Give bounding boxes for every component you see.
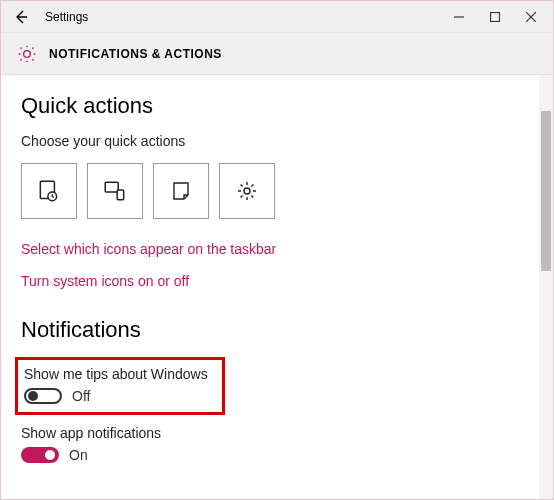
quick-action-settings[interactable] <box>219 163 275 219</box>
connect-icon <box>102 178 128 204</box>
tips-label: Show me tips about Windows <box>24 366 212 382</box>
notifications-heading: Notifications <box>21 317 519 343</box>
back-button[interactable] <box>5 3 37 31</box>
tips-toggle-state: Off <box>72 388 90 404</box>
app-title: Settings <box>45 10 441 24</box>
page-title: NOTIFICATIONS & ACTIONS <box>49 47 222 61</box>
maximize-button[interactable] <box>477 3 513 31</box>
quick-actions-grid <box>21 163 519 219</box>
titlebar: Settings <box>1 1 553 33</box>
back-arrow-icon <box>13 9 29 25</box>
quick-action-tablet-mode[interactable] <box>21 163 77 219</box>
scrollbar-thumb[interactable] <box>541 111 551 271</box>
tips-toggle[interactable] <box>24 388 62 404</box>
close-button[interactable] <box>513 3 549 31</box>
svg-rect-7 <box>117 190 124 200</box>
minimize-button[interactable] <box>441 3 477 31</box>
gear-icon <box>17 44 37 64</box>
toggle-knob <box>45 450 55 460</box>
app-notifications-label: Show app notifications <box>21 425 519 441</box>
quick-action-note[interactable] <box>153 163 209 219</box>
svg-rect-6 <box>105 182 118 192</box>
svg-rect-1 <box>491 12 500 21</box>
tablet-mode-icon <box>36 178 62 204</box>
minimize-icon <box>454 12 464 22</box>
app-notifications-toggle[interactable] <box>21 447 59 463</box>
highlight-annotation: Show me tips about Windows Off <box>15 357 225 415</box>
window-controls <box>441 3 549 31</box>
quick-action-connect[interactable] <box>87 163 143 219</box>
quick-actions-subheading: Choose your quick actions <box>21 133 519 149</box>
toggle-knob <box>28 391 38 401</box>
vertical-scrollbar[interactable] <box>539 75 553 499</box>
svg-point-8 <box>244 188 250 194</box>
maximize-icon <box>490 12 500 22</box>
page-header: NOTIFICATIONS & ACTIONS <box>1 33 553 75</box>
quick-actions-heading: Quick actions <box>21 93 519 119</box>
link-system-icons[interactable]: Turn system icons on or off <box>21 273 519 289</box>
note-icon <box>169 179 193 203</box>
close-icon <box>526 12 536 22</box>
settings-icon <box>235 179 259 203</box>
content-area: Quick actions Choose your quick actions <box>1 75 539 499</box>
link-taskbar-icons[interactable]: Select which icons appear on the taskbar <box>21 241 519 257</box>
app-notifications-toggle-state: On <box>69 447 88 463</box>
